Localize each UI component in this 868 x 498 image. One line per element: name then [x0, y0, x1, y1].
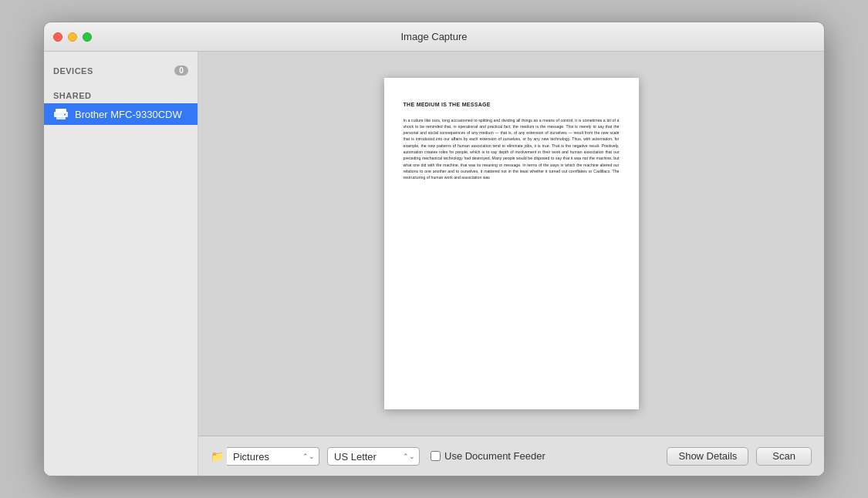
- folder-icon: 📁: [211, 450, 224, 463]
- document-feeder-checkbox[interactable]: [431, 451, 441, 461]
- shared-label: SHARED: [53, 91, 91, 100]
- folder-select-wrapper: Pictures Desktop Downloads Documents ⌃⌄: [227, 447, 319, 466]
- content-area: DEVICES 0 SHARED: [44, 52, 824, 476]
- document-feeder-label[interactable]: Use Document Feeder: [444, 450, 545, 462]
- preview-area: THE MEDIUM IS THE MESSAGE In a culture l…: [198, 52, 824, 436]
- shared-header: SHARED: [44, 88, 198, 103]
- folder-selector: 📁 Pictures Desktop Downloads Documents ⌃…: [211, 447, 319, 466]
- devices-label: DEVICES: [53, 66, 93, 76]
- devices-header: DEVICES 0: [44, 62, 198, 79]
- document-preview: THE MEDIUM IS THE MESSAGE In a culture l…: [384, 78, 639, 409]
- window-title: Image Capture: [401, 31, 468, 42]
- show-details-button[interactable]: Show Details: [667, 447, 748, 466]
- shared-section: SHARED Brother MFC-9330CDW: [44, 83, 198, 130]
- device-name: Brother MFC-9330CDW: [75, 109, 182, 120]
- folder-select[interactable]: Pictures Desktop Downloads Documents: [227, 447, 319, 466]
- main-area: THE MEDIUM IS THE MESSAGE In a culture l…: [198, 52, 824, 476]
- size-select[interactable]: US Letter A4 Legal 4x6: [327, 447, 420, 466]
- svg-rect-2: [56, 116, 66, 119]
- maximize-button[interactable]: [83, 32, 92, 42]
- sidebar: DEVICES 0 SHARED: [44, 52, 198, 476]
- title-bar: Image Capture: [44, 22, 824, 52]
- svg-point-3: [64, 114, 66, 116]
- devices-badge: 0: [174, 66, 188, 76]
- document-title: THE MEDIUM IS THE MESSAGE: [404, 101, 620, 109]
- toolbar: 📁 Pictures Desktop Downloads Documents ⌃…: [198, 436, 824, 476]
- close-button[interactable]: [53, 32, 62, 42]
- minimize-button[interactable]: [68, 32, 77, 42]
- sidebar-item-brother[interactable]: Brother MFC-9330CDW: [44, 103, 198, 125]
- document-content: THE MEDIUM IS THE MESSAGE In a culture l…: [384, 78, 639, 204]
- printer-icon: [53, 108, 69, 120]
- size-select-wrapper: US Letter A4 Legal 4x6 ⌃⌄: [327, 447, 420, 466]
- document-feeder-area: Use Document Feeder: [431, 450, 545, 462]
- document-body: In a culture like ours, long accustomed …: [404, 117, 620, 181]
- scan-button[interactable]: Scan: [756, 447, 812, 466]
- traffic-lights: [53, 32, 92, 42]
- devices-section: DEVICES 0: [44, 58, 198, 83]
- main-window: Image Capture DEVICES 0 SHARED: [43, 22, 825, 476]
